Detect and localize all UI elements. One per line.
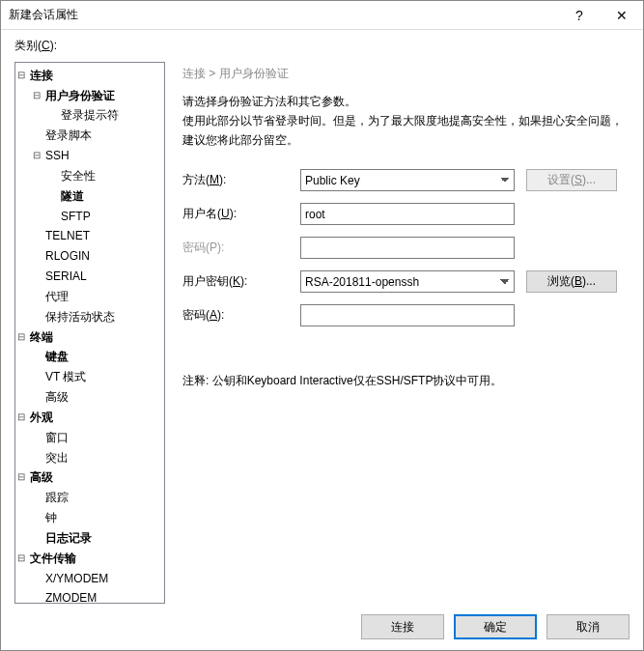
tree-expand-icon[interactable]: ⊟	[15, 549, 27, 568]
tree-item[interactable]: 文件传输	[27, 549, 79, 568]
tree-item[interactable]: 日志记录	[42, 528, 95, 548]
tree-item[interactable]: VT 模式	[42, 367, 89, 386]
tree-item[interactable]: SFTP	[58, 207, 94, 226]
settings-button[interactable]: 设置(S)...	[526, 169, 617, 191]
method-select[interactable]: Public Key	[300, 169, 515, 191]
help-button[interactable]: ?	[558, 1, 601, 30]
ok-button[interactable]: 确定	[454, 614, 537, 639]
tree-item[interactable]: 连接	[27, 66, 56, 85]
description-line1: 请选择身份验证方法和其它参数。	[182, 92, 630, 111]
passphrase-input[interactable]	[300, 304, 515, 326]
close-button[interactable]: ✕	[601, 1, 643, 30]
username-label: 用户名(U):	[182, 206, 289, 222]
note-text: 注释: 公钥和Keyboard Interactive仅在SSH/SFTP协议中…	[182, 373, 630, 389]
passphrase-label: 密码(A):	[182, 307, 289, 324]
tree-item[interactable]: 高级	[27, 467, 56, 487]
userkey-label: 用户密钥(K):	[182, 273, 289, 290]
dialog-body: ⊟连接⊟用户身份验证·登录提示符·登录脚本⊟SSH·安全性·隧道·SFTP·TE…	[1, 58, 643, 604]
titlebar: 新建会话属性 ? ✕	[1, 1, 643, 30]
tree-expand-icon[interactable]: ⊟	[31, 146, 42, 165]
tree-item[interactable]: 突出	[42, 448, 71, 467]
content-panel: 连接 > 用户身份验证 请选择身份验证方法和其它参数。 使用此部分以节省登录时间…	[165, 62, 630, 604]
tree-item[interactable]: TELNET	[42, 226, 93, 245]
username-input[interactable]	[300, 203, 515, 225]
tree-item[interactable]: 终端	[27, 327, 56, 347]
close-icon: ✕	[616, 8, 628, 23]
description: 请选择身份验证方法和其它参数。 使用此部分以节省登录时间。但是，为了最大限度地提…	[182, 92, 630, 169]
tree-item[interactable]: 代理	[42, 287, 71, 306]
breadcrumb: 连接 > 用户身份验证	[182, 66, 630, 92]
tree-item[interactable]: 跟踪	[42, 488, 71, 507]
password-label: 密码(P):	[182, 240, 289, 256]
tree-item[interactable]: 登录提示符	[58, 105, 122, 125]
tree-item[interactable]: ZMODEM	[42, 588, 99, 604]
tree-expand-icon[interactable]: ⊟	[15, 467, 27, 487]
window-title: 新建会话属性	[9, 7, 558, 23]
description-line2: 使用此部分以节省登录时间。但是，为了最大限度地提高安全性，如果担心安全问题，建议…	[182, 111, 630, 150]
tree-item[interactable]: 键盘	[42, 347, 71, 366]
tree-item[interactable]: SERIAL	[42, 267, 90, 286]
tree-item[interactable]: 高级	[42, 387, 71, 407]
tree-expand-icon[interactable]: ⊟	[15, 66, 27, 85]
tree-item[interactable]: X/YMODEM	[42, 569, 111, 588]
tree-item[interactable]: 保持活动状态	[42, 307, 118, 326]
tree-item[interactable]: RLOGIN	[42, 246, 93, 266]
connect-button[interactable]: 连接	[361, 614, 444, 639]
tree-item[interactable]: 外观	[27, 408, 56, 427]
tree-item[interactable]: 隧道	[58, 186, 87, 206]
cancel-button[interactable]: 取消	[546, 614, 630, 639]
tree-expand-icon[interactable]: ⊟	[31, 86, 42, 105]
password-input	[300, 237, 515, 259]
dialog-footer: 连接 确定 取消	[1, 604, 643, 650]
tree-item[interactable]: 安全性	[58, 166, 98, 185]
tree-item[interactable]: 用户身份验证	[42, 86, 118, 105]
userkey-select[interactable]: RSA-201811-openssh	[300, 270, 515, 293]
dialog-window: 新建会话属性 ? ✕ 类别(C): ⊟连接⊟用户身份验证·登录提示符·登录脚本⊟…	[0, 0, 644, 651]
auth-form: 方法(M): Public Key 设置(S)... 用户名(U): 密码(P)…	[182, 169, 630, 326]
help-icon: ?	[575, 8, 583, 23]
method-label: 方法(M):	[182, 172, 289, 188]
tree-item[interactable]: SSH	[42, 146, 72, 165]
category-tree[interactable]: ⊟连接⊟用户身份验证·登录提示符·登录脚本⊟SSH·安全性·隧道·SFTP·TE…	[14, 62, 165, 604]
tree-item[interactable]: 窗口	[42, 428, 71, 447]
category-label: 类别(C):	[1, 30, 643, 58]
tree-expand-icon[interactable]: ⊟	[15, 408, 27, 427]
tree-expand-icon[interactable]: ⊟	[15, 327, 27, 347]
tree-item[interactable]: 登录脚本	[42, 126, 95, 145]
browse-button[interactable]: 浏览(B)...	[526, 270, 617, 293]
tree-item[interactable]: 钟	[42, 508, 60, 527]
